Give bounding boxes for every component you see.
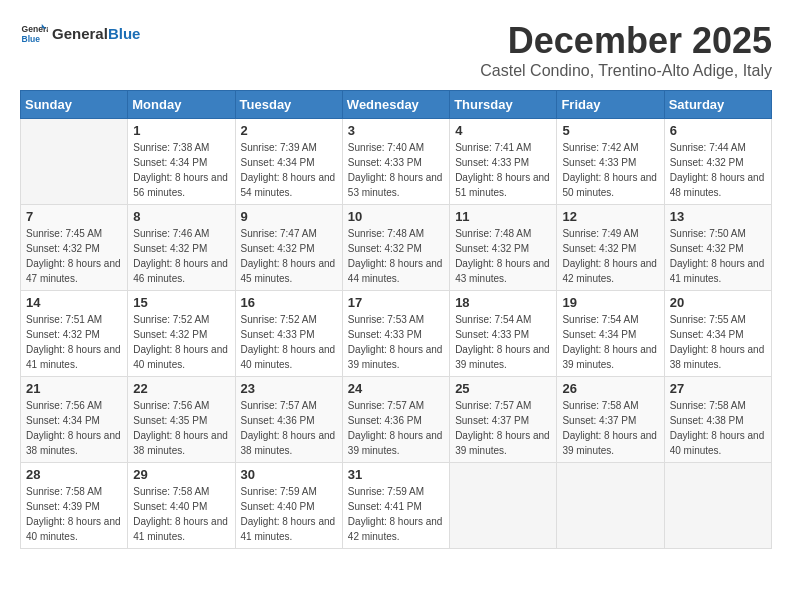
day-number: 5: [562, 123, 658, 138]
page-header: General Blue GeneralBlue December 2025 C…: [20, 20, 772, 80]
day-info: Sunrise: 7:40 AMSunset: 4:33 PMDaylight:…: [348, 140, 444, 200]
week-row-5: 28Sunrise: 7:58 AMSunset: 4:39 PMDayligh…: [21, 463, 772, 549]
day-info: Sunrise: 7:48 AMSunset: 4:32 PMDaylight:…: [455, 226, 551, 286]
day-number: 23: [241, 381, 337, 396]
day-cell: 1Sunrise: 7:38 AMSunset: 4:34 PMDaylight…: [128, 119, 235, 205]
day-number: 26: [562, 381, 658, 396]
day-info: Sunrise: 7:56 AMSunset: 4:35 PMDaylight:…: [133, 398, 229, 458]
day-cell: 10Sunrise: 7:48 AMSunset: 4:32 PMDayligh…: [342, 205, 449, 291]
day-info: Sunrise: 7:58 AMSunset: 4:38 PMDaylight:…: [670, 398, 766, 458]
day-number: 22: [133, 381, 229, 396]
day-cell: 23Sunrise: 7:57 AMSunset: 4:36 PMDayligh…: [235, 377, 342, 463]
week-row-3: 14Sunrise: 7:51 AMSunset: 4:32 PMDayligh…: [21, 291, 772, 377]
day-info: Sunrise: 7:57 AMSunset: 4:36 PMDaylight:…: [348, 398, 444, 458]
header-thursday: Thursday: [450, 91, 557, 119]
day-info: Sunrise: 7:57 AMSunset: 4:37 PMDaylight:…: [455, 398, 551, 458]
day-cell: 21Sunrise: 7:56 AMSunset: 4:34 PMDayligh…: [21, 377, 128, 463]
day-info: Sunrise: 7:39 AMSunset: 4:34 PMDaylight:…: [241, 140, 337, 200]
day-number: 4: [455, 123, 551, 138]
day-cell: 20Sunrise: 7:55 AMSunset: 4:34 PMDayligh…: [664, 291, 771, 377]
day-cell: 12Sunrise: 7:49 AMSunset: 4:32 PMDayligh…: [557, 205, 664, 291]
header-saturday: Saturday: [664, 91, 771, 119]
month-title: December 2025: [480, 20, 772, 62]
day-cell: 2Sunrise: 7:39 AMSunset: 4:34 PMDaylight…: [235, 119, 342, 205]
day-number: 13: [670, 209, 766, 224]
day-info: Sunrise: 7:42 AMSunset: 4:33 PMDaylight:…: [562, 140, 658, 200]
day-info: Sunrise: 7:58 AMSunset: 4:39 PMDaylight:…: [26, 484, 122, 544]
day-cell: 27Sunrise: 7:58 AMSunset: 4:38 PMDayligh…: [664, 377, 771, 463]
day-info: Sunrise: 7:45 AMSunset: 4:32 PMDaylight:…: [26, 226, 122, 286]
day-info: Sunrise: 7:58 AMSunset: 4:37 PMDaylight:…: [562, 398, 658, 458]
day-number: 24: [348, 381, 444, 396]
day-cell: 7Sunrise: 7:45 AMSunset: 4:32 PMDaylight…: [21, 205, 128, 291]
day-info: Sunrise: 7:44 AMSunset: 4:32 PMDaylight:…: [670, 140, 766, 200]
day-number: 8: [133, 209, 229, 224]
day-cell: 19Sunrise: 7:54 AMSunset: 4:34 PMDayligh…: [557, 291, 664, 377]
day-number: 28: [26, 467, 122, 482]
day-cell: 5Sunrise: 7:42 AMSunset: 4:33 PMDaylight…: [557, 119, 664, 205]
calendar-title-area: December 2025 Castel Condino, Trentino-A…: [480, 20, 772, 80]
header-monday: Monday: [128, 91, 235, 119]
day-cell: 13Sunrise: 7:50 AMSunset: 4:32 PMDayligh…: [664, 205, 771, 291]
day-number: 9: [241, 209, 337, 224]
day-number: 3: [348, 123, 444, 138]
day-number: 31: [348, 467, 444, 482]
logo-icon: General Blue: [20, 20, 48, 48]
day-cell: 22Sunrise: 7:56 AMSunset: 4:35 PMDayligh…: [128, 377, 235, 463]
day-cell: 9Sunrise: 7:47 AMSunset: 4:32 PMDaylight…: [235, 205, 342, 291]
day-info: Sunrise: 7:54 AMSunset: 4:34 PMDaylight:…: [562, 312, 658, 372]
day-cell: [557, 463, 664, 549]
day-cell: 11Sunrise: 7:48 AMSunset: 4:32 PMDayligh…: [450, 205, 557, 291]
day-info: Sunrise: 7:52 AMSunset: 4:33 PMDaylight:…: [241, 312, 337, 372]
day-cell: [664, 463, 771, 549]
day-number: 1: [133, 123, 229, 138]
day-cell: 25Sunrise: 7:57 AMSunset: 4:37 PMDayligh…: [450, 377, 557, 463]
calendar-header-row: SundayMondayTuesdayWednesdayThursdayFrid…: [21, 91, 772, 119]
day-cell: 17Sunrise: 7:53 AMSunset: 4:33 PMDayligh…: [342, 291, 449, 377]
day-info: Sunrise: 7:41 AMSunset: 4:33 PMDaylight:…: [455, 140, 551, 200]
day-info: Sunrise: 7:59 AMSunset: 4:40 PMDaylight:…: [241, 484, 337, 544]
day-number: 12: [562, 209, 658, 224]
day-number: 21: [26, 381, 122, 396]
day-info: Sunrise: 7:59 AMSunset: 4:41 PMDaylight:…: [348, 484, 444, 544]
day-info: Sunrise: 7:55 AMSunset: 4:34 PMDaylight:…: [670, 312, 766, 372]
day-cell: [450, 463, 557, 549]
day-cell: 15Sunrise: 7:52 AMSunset: 4:32 PMDayligh…: [128, 291, 235, 377]
day-cell: 30Sunrise: 7:59 AMSunset: 4:40 PMDayligh…: [235, 463, 342, 549]
day-number: 25: [455, 381, 551, 396]
day-info: Sunrise: 7:57 AMSunset: 4:36 PMDaylight:…: [241, 398, 337, 458]
day-number: 16: [241, 295, 337, 310]
day-info: Sunrise: 7:58 AMSunset: 4:40 PMDaylight:…: [133, 484, 229, 544]
logo: General Blue GeneralBlue: [20, 20, 140, 48]
day-cell: 28Sunrise: 7:58 AMSunset: 4:39 PMDayligh…: [21, 463, 128, 549]
header-wednesday: Wednesday: [342, 91, 449, 119]
day-cell: 18Sunrise: 7:54 AMSunset: 4:33 PMDayligh…: [450, 291, 557, 377]
calendar-table: SundayMondayTuesdayWednesdayThursdayFrid…: [20, 90, 772, 549]
day-number: 18: [455, 295, 551, 310]
day-info: Sunrise: 7:53 AMSunset: 4:33 PMDaylight:…: [348, 312, 444, 372]
svg-text:Blue: Blue: [22, 34, 41, 44]
day-info: Sunrise: 7:46 AMSunset: 4:32 PMDaylight:…: [133, 226, 229, 286]
day-cell: 31Sunrise: 7:59 AMSunset: 4:41 PMDayligh…: [342, 463, 449, 549]
day-number: 20: [670, 295, 766, 310]
week-row-4: 21Sunrise: 7:56 AMSunset: 4:34 PMDayligh…: [21, 377, 772, 463]
day-number: 15: [133, 295, 229, 310]
logo-text: GeneralBlue: [52, 26, 140, 43]
day-info: Sunrise: 7:47 AMSunset: 4:32 PMDaylight:…: [241, 226, 337, 286]
week-row-2: 7Sunrise: 7:45 AMSunset: 4:32 PMDaylight…: [21, 205, 772, 291]
day-cell: 8Sunrise: 7:46 AMSunset: 4:32 PMDaylight…: [128, 205, 235, 291]
day-info: Sunrise: 7:56 AMSunset: 4:34 PMDaylight:…: [26, 398, 122, 458]
day-cell: 26Sunrise: 7:58 AMSunset: 4:37 PMDayligh…: [557, 377, 664, 463]
day-info: Sunrise: 7:52 AMSunset: 4:32 PMDaylight:…: [133, 312, 229, 372]
day-number: 17: [348, 295, 444, 310]
day-info: Sunrise: 7:49 AMSunset: 4:32 PMDaylight:…: [562, 226, 658, 286]
day-number: 6: [670, 123, 766, 138]
day-info: Sunrise: 7:54 AMSunset: 4:33 PMDaylight:…: [455, 312, 551, 372]
day-number: 27: [670, 381, 766, 396]
day-number: 14: [26, 295, 122, 310]
day-cell: 24Sunrise: 7:57 AMSunset: 4:36 PMDayligh…: [342, 377, 449, 463]
day-cell: 16Sunrise: 7:52 AMSunset: 4:33 PMDayligh…: [235, 291, 342, 377]
day-number: 30: [241, 467, 337, 482]
day-number: 7: [26, 209, 122, 224]
day-info: Sunrise: 7:51 AMSunset: 4:32 PMDaylight:…: [26, 312, 122, 372]
